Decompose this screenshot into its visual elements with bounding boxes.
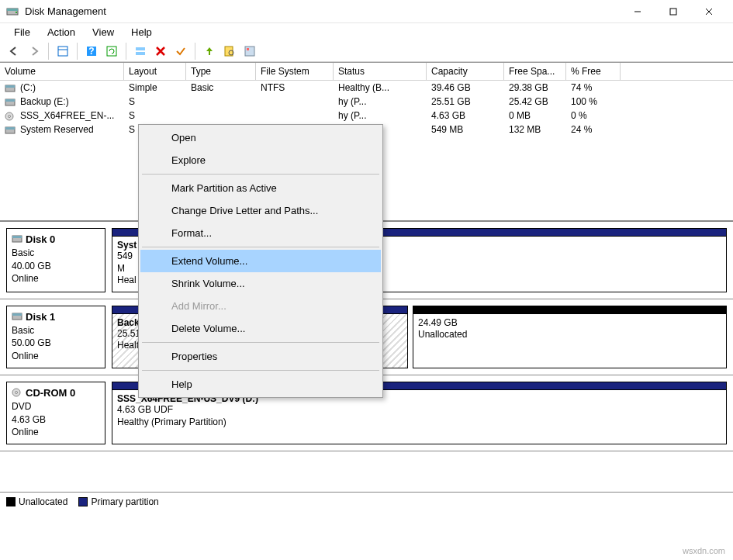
maximize-button[interactable] xyxy=(655,0,691,23)
svg-rect-2 xyxy=(16,12,17,13)
volume-row[interactable]: Backup (E:)Shy (P...25.51 GB25.42 GB100 … xyxy=(0,95,733,109)
app-icon xyxy=(6,5,19,18)
disk-info[interactable]: Disk 1Basic50.00 GBOnline xyxy=(6,306,105,368)
titlebar: Disk Management xyxy=(0,0,733,23)
col-capacity[interactable]: Capacity xyxy=(427,63,504,80)
context-menu-separator xyxy=(142,342,379,343)
hdd-icon xyxy=(5,98,17,107)
col-free[interactable]: Free Spa... xyxy=(504,63,566,80)
volume-row[interactable]: SSS_X64FREE_EN-...Shy (P...4.63 GB0 MB0 … xyxy=(0,109,733,123)
svg-rect-11 xyxy=(107,47,116,56)
find-icon[interactable] xyxy=(220,42,239,60)
forward-button[interactable] xyxy=(25,42,43,60)
legend-unallocated: Unallocated xyxy=(6,496,67,507)
svg-rect-17 xyxy=(247,48,249,50)
minimize-button[interactable] xyxy=(620,0,655,23)
col-status[interactable]: Status xyxy=(334,63,427,80)
context-menu-item: Add Mirror... xyxy=(140,295,381,317)
menubar: File Action View Help xyxy=(0,23,733,40)
refresh-icon[interactable] xyxy=(102,42,121,60)
svg-rect-13 xyxy=(136,52,145,55)
menu-action[interactable]: Action xyxy=(40,25,83,40)
toolbar: ? xyxy=(0,40,733,62)
context-menu-item[interactable]: Shrink Volume... xyxy=(140,272,381,295)
context-menu-item[interactable]: Change Drive Letter and Paths... xyxy=(140,199,381,222)
svg-rect-4 xyxy=(670,9,676,15)
hdd-icon xyxy=(5,126,17,135)
cd-icon xyxy=(12,388,24,400)
back-button[interactable] xyxy=(5,42,23,60)
col-type[interactable]: Type xyxy=(186,63,256,80)
context-menu-item[interactable]: Help xyxy=(140,373,381,396)
svg-rect-14 xyxy=(225,47,233,56)
context-menu-item[interactable]: Open xyxy=(140,126,381,149)
context-menu-item[interactable]: Properties xyxy=(140,345,381,368)
volume-row[interactable]: (C:)SimpleBasicNTFSHealthy (B...39.46 GB… xyxy=(0,81,733,95)
col-filesystem[interactable]: File System xyxy=(256,63,334,80)
window-title: Disk Management xyxy=(25,5,620,17)
settings-icon[interactable] xyxy=(240,42,259,60)
hdd-icon xyxy=(12,234,24,247)
toolbar-sep xyxy=(77,43,78,60)
menu-file[interactable]: File xyxy=(6,25,38,40)
svg-rect-27 xyxy=(12,236,22,238)
watermark: wsxdn.com xyxy=(683,546,725,555)
svg-rect-16 xyxy=(245,47,254,56)
svg-rect-29 xyxy=(12,313,22,316)
svg-rect-19 xyxy=(5,85,15,88)
context-menu-item[interactable]: Mark Partition as Active xyxy=(140,177,381,199)
close-button[interactable] xyxy=(691,0,727,23)
svg-point-31 xyxy=(16,391,18,393)
context-menu: OpenExploreMark Partition as ActiveChang… xyxy=(138,124,383,398)
partition[interactable]: 24.49 GBUnallocated xyxy=(413,306,727,368)
disk-list-icon[interactable] xyxy=(131,42,150,60)
up-icon[interactable] xyxy=(200,42,219,60)
svg-rect-21 xyxy=(5,99,15,102)
toolbar-sep xyxy=(195,43,195,60)
svg-rect-12 xyxy=(136,47,145,50)
context-menu-separator xyxy=(142,370,379,371)
toolbar-sep xyxy=(48,43,49,60)
svg-rect-1 xyxy=(7,9,18,11)
properties-icon[interactable] xyxy=(54,42,72,60)
svg-text:?: ? xyxy=(88,46,94,57)
context-menu-separator xyxy=(142,174,379,175)
svg-rect-7 xyxy=(58,47,67,56)
delete-icon[interactable] xyxy=(151,42,170,60)
context-menu-item[interactable]: Format... xyxy=(140,222,381,244)
toolbar-sep xyxy=(126,43,126,60)
menu-help[interactable]: Help xyxy=(123,25,160,40)
help-icon[interactable]: ? xyxy=(82,42,101,60)
context-menu-separator xyxy=(142,247,379,247)
context-menu-item[interactable]: Explore xyxy=(140,149,381,171)
menu-view[interactable]: View xyxy=(85,25,122,40)
hdd-icon xyxy=(5,84,17,93)
volume-list-header: Volume Layout Type File System Status Ca… xyxy=(0,63,733,81)
check-icon[interactable] xyxy=(171,42,190,60)
context-menu-item[interactable]: Delete Volume... xyxy=(140,317,381,340)
disk-info[interactable]: CD-ROM 0DVD4.63 GBOnline xyxy=(6,382,105,444)
col-volume[interactable]: Volume xyxy=(0,63,124,80)
svg-point-23 xyxy=(9,115,11,117)
cd-icon xyxy=(5,112,17,121)
hdd-icon xyxy=(12,312,24,324)
legend-primary: Primary partition xyxy=(78,496,158,507)
col-layout[interactable]: Layout xyxy=(124,63,186,80)
disk-info[interactable]: Disk 0Basic40.00 GBOnline xyxy=(6,228,105,292)
context-menu-item[interactable]: Extend Volume... xyxy=(140,250,381,272)
legend: Unallocated Primary partition xyxy=(0,492,733,510)
col-pct[interactable]: % Free xyxy=(566,63,621,80)
svg-rect-25 xyxy=(5,127,15,130)
